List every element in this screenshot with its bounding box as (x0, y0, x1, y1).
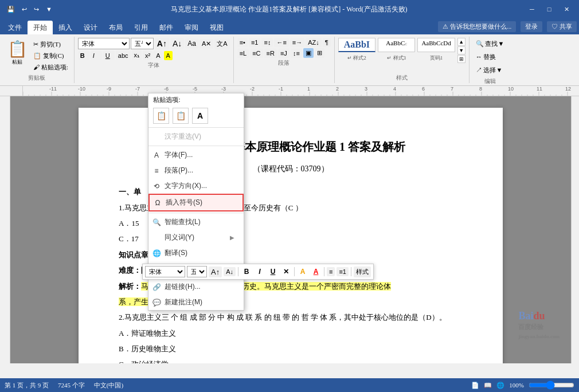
tab-insert[interactable]: 插入 (53, 21, 78, 34)
ctx-paste-btn-2[interactable]: 📋 (173, 108, 189, 124)
tab-layout[interactable]: 布局 (103, 21, 128, 34)
style-label-2: ↵ 样式3 (378, 54, 415, 62)
tab-file[interactable]: 文件 (2, 21, 28, 34)
doc-q2: 2.马克思主义三 个 组 成 部 分 中 构 成 联 系 的 纽 带 的 哲 学… (119, 311, 463, 324)
copy-button[interactable]: 📋 复制(C) (31, 50, 71, 61)
restore-button[interactable]: □ (541, 3, 557, 15)
ctx-paste-btn-3[interactable]: A (192, 108, 208, 124)
sort-button[interactable]: AZ↓ (306, 38, 322, 47)
document-area[interactable]: 马克思主义基本原理概论作业题 1 答案及解析 （课程代码：03709） 一、单 … (10, 96, 571, 363)
mini-strikethrough-button[interactable]: ✕ (280, 266, 292, 277)
border-button[interactable]: ⊞ (315, 48, 324, 58)
document-page[interactable]: 马克思主义基本原理概论作业题 1 答案及解析 （课程代码：03709） 一、单 … (79, 108, 503, 363)
subscript-button[interactable]: x₁ (132, 50, 142, 60)
mini-font-name-select[interactable]: 宋体 (145, 266, 185, 277)
style-3[interactable]: AaBbCcDd (417, 38, 455, 52)
underline-button[interactable]: U (103, 51, 115, 60)
title-bar: 💾 ↩ ↪ ▼ 马克思主义基本原理概论 作业题1答案及解析 [兼容模式] - W… (0, 0, 579, 18)
mini-bold-button[interactable]: B (241, 266, 252, 277)
mini-underline-button[interactable]: U (267, 266, 279, 277)
undo-button[interactable]: ↩ (19, 5, 29, 14)
phonetic-button[interactable]: 文A (214, 38, 229, 49)
line-spacing-button[interactable]: ↕≡ (291, 49, 302, 58)
ctx-translate[interactable]: 🌐 翻译(S) (148, 245, 244, 261)
justify-button[interactable]: ≡J (278, 49, 290, 58)
save-button[interactable]: 💾 (5, 5, 17, 14)
shading-button[interactable]: ▣ (303, 48, 314, 58)
align-left-button[interactable]: ≡L (237, 49, 249, 58)
superscript-button[interactable]: x² (143, 51, 152, 60)
view-web-btn[interactable]: 🌐 (496, 382, 504, 389)
ctx-paste-btn-1[interactable]: 📋 (153, 108, 169, 124)
notify-tell-me[interactable]: ⚠ 告诉我您想要做什么... (438, 21, 516, 32)
ctx-smart-lookup[interactable]: 🔍 智能查找(L) (148, 214, 244, 230)
find-button[interactable]: 🔍 查找▼ (473, 38, 507, 50)
paste-button[interactable]: 📋 粘贴 (3, 38, 31, 73)
main-area: 马克思主义基本原理概论作业题 1 答案及解析 （课程代码：03709） 一、单 … (0, 96, 579, 363)
italic-button[interactable]: I (91, 51, 102, 60)
highlight-button[interactable]: A (164, 51, 173, 60)
text-color-button[interactable]: A (154, 51, 162, 60)
tab-view[interactable]: 视图 (204, 21, 229, 34)
ctx-hyperlink[interactable]: 🔗 超链接(H)... (148, 279, 244, 295)
view-print-btn[interactable]: 📄 (471, 382, 479, 389)
style-normal[interactable]: AaBbI (338, 38, 375, 52)
format-painter-button[interactable]: 🖌 粘贴选项: (31, 62, 71, 73)
ctx-insert-symbol[interactable]: Ω 插入符号(S) (148, 194, 244, 211)
styles-expand[interactable]: ⊞ (457, 55, 465, 63)
multilevel-button[interactable]: ≡↕ (261, 38, 273, 47)
font-format-button[interactable]: Aa (185, 38, 198, 49)
replace-button[interactable]: ↔ 替换 (473, 51, 499, 63)
ctx-new-comment[interactable]: 💬 新建批注(M) (148, 295, 244, 310)
mini-decrease-font[interactable]: A↓ (224, 267, 236, 276)
align-right-button[interactable]: ≡R (264, 49, 277, 58)
mini-bullets-button[interactable]: ≡ (327, 267, 335, 276)
select-button[interactable]: ↗ 选择▼ (473, 64, 506, 76)
mini-font-size-select[interactable]: 五号 (187, 266, 207, 277)
tab-references[interactable]: 引用 (128, 21, 154, 34)
font-name-select[interactable]: 宋体 (78, 38, 130, 49)
ctx-font[interactable]: A 字体(F)... (148, 147, 244, 163)
tab-design[interactable]: 设计 (78, 21, 103, 34)
increase-indent-button[interactable]: ≡→ (290, 38, 304, 47)
show-marks-button[interactable]: ¶ (323, 38, 331, 47)
mini-font-color-button[interactable]: A (310, 266, 322, 277)
mini-highlight-button[interactable]: A (297, 266, 308, 277)
redo-button[interactable]: ↪ (32, 5, 41, 14)
bold-button[interactable]: B (78, 51, 89, 60)
clear-format-button[interactable]: A✕ (199, 39, 213, 49)
bullets-button[interactable]: ≡• (237, 38, 248, 47)
tab-home[interactable]: 开始 (28, 21, 53, 34)
ctx-paste-label: 粘贴选项: (148, 93, 244, 105)
ctx-synonym[interactable]: 同义词(Y) ▶ (148, 230, 244, 245)
mini-numbering-button[interactable]: ≡1 (337, 267, 349, 276)
share-button[interactable]: ♡ 共享 (547, 21, 577, 32)
login-button[interactable]: 登录 (521, 21, 542, 32)
close-button[interactable]: ✕ (558, 3, 574, 15)
decrease-font-button[interactable]: A↓ (170, 38, 184, 49)
style-2[interactable]: AaBbCc (378, 38, 415, 52)
mini-italic-button[interactable]: I (254, 266, 265, 277)
tab-review[interactable]: 审阅 (179, 21, 204, 34)
styles-scroll-down[interactable]: ▼ (457, 46, 465, 54)
view-read-btn[interactable]: 📖 (484, 382, 492, 389)
cut-button[interactable]: ✂ 剪切(T) (31, 39, 71, 50)
vertical-scrollbar[interactable] (571, 96, 579, 363)
quick-access-toolbar: 💾 ↩ ↪ ▼ (5, 5, 54, 14)
zoom-slider[interactable] (529, 381, 574, 390)
ctx-text-direction[interactable]: ⟲ 文字方向(X)... (148, 178, 244, 194)
strikethrough-button[interactable]: abc (116, 51, 131, 60)
increase-font-button[interactable]: A↑ (155, 38, 169, 49)
mini-styles-button[interactable]: 样式 (354, 266, 371, 277)
font-size-select[interactable]: 五号 (131, 38, 154, 49)
tab-mail[interactable]: 邮件 (154, 21, 179, 34)
mini-sep-1 (238, 267, 238, 276)
decrease-indent-button[interactable]: ←≡ (274, 38, 288, 47)
numbering-button[interactable]: ≡1 (249, 38, 261, 47)
align-center-button[interactable]: ≡C (250, 49, 263, 58)
ctx-paragraph[interactable]: ≡ 段落(P)... (148, 163, 244, 178)
styles-scroll-up[interactable]: ▲ (457, 38, 465, 46)
customize-button[interactable]: ▼ (44, 5, 54, 14)
minimize-button[interactable]: ─ (524, 3, 540, 15)
mini-increase-font[interactable]: A↑ (209, 266, 222, 277)
